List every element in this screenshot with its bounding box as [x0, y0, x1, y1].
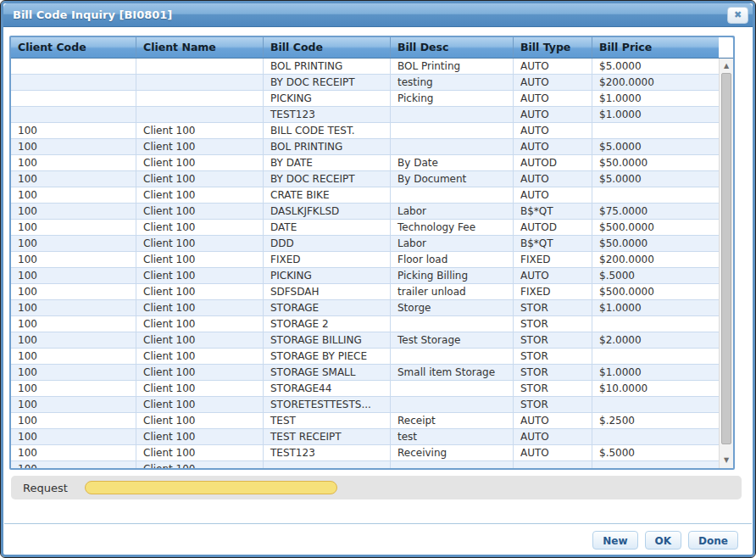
table-cell-bill_price: $5.0000 — [592, 171, 719, 187]
table-cell-bill_desc: BOL Printing — [391, 59, 514, 74]
column-header-bill_desc[interactable]: Bill Desc — [391, 37, 514, 58]
table-row[interactable]: 100Client 100STORAGE44STOR$10.0000 — [11, 381, 719, 397]
column-header-client_code[interactable]: Client Code — [11, 37, 136, 58]
table-cell-client_name: Client 100 — [136, 171, 264, 187]
table-cell-bill_type: STOR — [514, 397, 592, 412]
table-cell-bill_type: AUTO — [514, 123, 592, 138]
table-cell-bill_code: SDFSDAH — [264, 284, 391, 299]
table-row[interactable]: 100Client 100STORAGE BILLINGTest Storage… — [11, 332, 719, 349]
table-cell-bill_desc: trailer unload — [391, 284, 514, 299]
table-cell-client_code: 100 — [11, 413, 136, 428]
table-cell-client_name: Client 100 — [136, 284, 264, 299]
table-cell-bill_type: AUTO — [514, 107, 592, 122]
table-cell-bill_type: AUTOD — [514, 220, 592, 235]
table-cell-client_code — [11, 91, 136, 106]
table-cell-client_code: 100 — [11, 429, 136, 444]
table-row[interactable]: 100Client 100PICKINGPicking BillingAUTO$… — [11, 268, 719, 284]
table-cell-client_code: 100 — [11, 123, 136, 138]
table-cell-client_code: 100 — [11, 461, 136, 468]
table-cell-bill_price: $50.0000 — [592, 155, 719, 170]
table-row[interactable]: 100Client 100DDDLaborB$*QT$50.0000 — [11, 236, 719, 252]
close-button[interactable]: ✖ — [727, 7, 748, 24]
table-row[interactable]: 100Client 100TEST RECEIPTtestAUTO — [11, 429, 719, 445]
table-cell-client_name — [136, 75, 264, 90]
footer-separator — [4, 523, 752, 524]
table-cell-bill_type: AUTO — [514, 91, 592, 106]
table-row[interactable]: 100Client 100STORAGE BY PIECESTOR — [11, 349, 719, 365]
table-row[interactable]: 100Client 100 — [11, 461, 719, 468]
table-cell-bill_code: DATE — [264, 220, 391, 235]
table-cell-bill_code: TEST RECEIPT — [264, 429, 391, 444]
table-cell-bill_price: $1.0000 — [592, 365, 719, 380]
table-cell-bill_code: DDD — [264, 236, 391, 251]
table-cell-client_code: 100 — [11, 139, 136, 154]
table-row[interactable]: 100Client 100CRATE BIKEAUTO — [11, 187, 719, 204]
table-row[interactable]: 100Client 100TEST123ReceivingAUTO$.5000 — [11, 445, 719, 461]
table-row[interactable]: 100Client 100SDFSDAHtrailer unloadFIXED$… — [11, 284, 719, 300]
table-row[interactable]: TEST123AUTO$1.0000 — [11, 107, 719, 123]
table-cell-bill_price: $500.0000 — [592, 220, 719, 235]
dialog-title: Bill Code Inquiry [BI0801] — [13, 8, 172, 21]
table-row[interactable]: 100Client 100BY DOC RECEIPTBy DocumentAU… — [11, 171, 719, 187]
scroll-up-arrow-icon[interactable]: ▲ — [720, 59, 733, 73]
table-row[interactable]: 100Client 100STORAGEStorgeSTOR$1.0000 — [11, 300, 719, 316]
table-cell-bill_code: DASLKJFKLSD — [264, 204, 391, 219]
column-header-bill_type[interactable]: Bill Type — [514, 37, 592, 58]
table-cell-client_name: Client 100 — [136, 413, 264, 428]
table-row[interactable]: 100Client 100BILL CODE TEST.AUTO — [11, 123, 719, 139]
table-cell-bill_desc: Floor load — [391, 252, 514, 267]
column-header-bill_price[interactable]: Bill Price — [592, 37, 719, 58]
table-cell-bill_price: $2.0000 — [592, 332, 719, 348]
table-row[interactable]: 100Client 100BY DATEBy DateAUTOD$50.0000 — [11, 155, 719, 171]
table-cell-bill_price: $.5000 — [592, 445, 719, 460]
table-row[interactable]: 100Client 100STORAGE 2STOR — [11, 316, 719, 332]
table-row[interactable]: 100Client 100DATETechnology FeeAUTOD$500… — [11, 220, 719, 236]
table-cell-bill_type: STOR — [514, 316, 592, 332]
table-row[interactable]: 100Client 100STORAGE SMALLSmall item Sto… — [11, 365, 719, 381]
table-cell-bill_price: $5.0000 — [592, 59, 719, 74]
table-cell-bill_type: STOR — [514, 349, 592, 364]
table-cell-bill_price: $200.0000 — [592, 252, 719, 267]
table-row[interactable]: 100Client 100BOL PRINTINGAUTO$5.0000 — [11, 139, 719, 155]
table-cell-bill_type: STOR — [514, 332, 592, 348]
table-cell-bill_code: STORAGE SMALL — [264, 365, 391, 380]
table-row[interactable]: BOL PRINTINGBOL PrintingAUTO$5.0000 — [11, 59, 719, 75]
table-row[interactable]: PICKINGPickingAUTO$1.0000 — [11, 91, 719, 107]
table-cell-bill_type: B$*QT — [514, 204, 592, 219]
vertical-scrollbar[interactable]: ▲ ▼ — [719, 59, 733, 468]
scroll-down-arrow-icon[interactable]: ▼ — [720, 454, 733, 467]
table-cell-bill_type: AUTO — [514, 171, 592, 187]
table-cell-bill_desc: testing — [391, 75, 514, 90]
table-cell-bill_code: STORAGE BY PIECE — [264, 349, 391, 364]
table-row[interactable]: 100Client 100TESTReceiptAUTO$.2500 — [11, 413, 719, 429]
table-row[interactable]: 100Client 100DASLKJFKLSDLaborB$*QT$75.00… — [11, 204, 719, 220]
table-cell-bill_desc: By Date — [391, 155, 514, 170]
new-button[interactable]: New — [592, 531, 637, 550]
table-cell-bill_code: FIXED — [264, 252, 391, 267]
table-cell-bill_price: $50.0000 — [592, 236, 719, 251]
table-cell-bill_price: $1.0000 — [592, 91, 719, 106]
table-cell-bill_desc — [391, 187, 514, 203]
table-cell-client_code: 100 — [11, 365, 136, 380]
table-cell-bill_code: STORAGE44 — [264, 381, 391, 396]
table-cell-client_name: Client 100 — [136, 204, 264, 219]
table-cell-bill_type: FIXED — [514, 252, 592, 267]
table-row[interactable]: 100Client 100FIXEDFloor loadFIXED$200.00… — [11, 252, 719, 268]
table-cell-bill_code: TEST123 — [264, 445, 391, 460]
done-button[interactable]: Done — [688, 531, 738, 550]
request-label: Request — [23, 482, 68, 494]
table-cell-client_name: Client 100 — [136, 332, 264, 348]
column-header-bill_code[interactable]: Bill Code — [264, 37, 391, 58]
scrollbar-thumb[interactable] — [721, 73, 731, 444]
table-cell-bill_desc — [391, 123, 514, 138]
table-cell-client_name: Client 100 — [136, 397, 264, 412]
ok-button[interactable]: OK — [645, 531, 682, 550]
column-header-client_name[interactable]: Client Name — [136, 37, 264, 58]
table-cell-bill_code: BOL PRINTING — [264, 139, 391, 154]
table-row[interactable]: BY DOC RECEIPTtestingAUTO$200.0000 — [11, 75, 719, 91]
table-row[interactable]: 100Client 100STORETESTTESTS...STOR — [11, 397, 719, 413]
table-cell-client_name: Client 100 — [136, 381, 264, 396]
table-cell-bill_code: BY DOC RECEIPT — [264, 171, 391, 187]
request-input[interactable] — [85, 481, 337, 494]
table-cell-client_name: Client 100 — [136, 268, 264, 283]
